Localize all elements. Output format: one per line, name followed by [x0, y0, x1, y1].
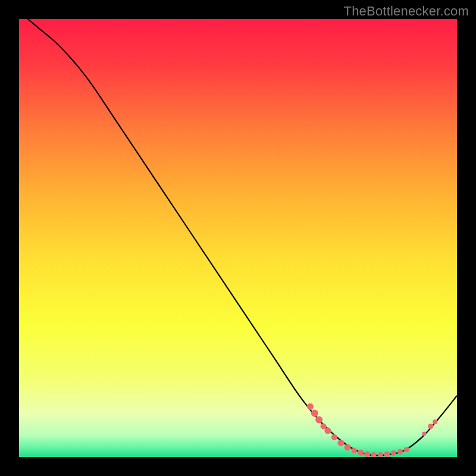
data-marker: [311, 409, 318, 416]
data-marker: [315, 416, 322, 423]
data-marker: [324, 427, 331, 434]
data-marker: [428, 424, 433, 429]
data-marker: [433, 419, 437, 424]
data-marker: [397, 449, 403, 455]
chart-svg: [19, 19, 457, 457]
data-marker: [337, 440, 344, 446]
data-marker: [307, 403, 314, 410]
data-marker: [352, 447, 357, 453]
data-marker: [422, 431, 426, 436]
watermark-text: TheBottlenecker.com: [344, 4, 469, 19]
data-marker: [345, 444, 351, 450]
chart-frame: TheBottlenecker.com: [0, 0, 476, 476]
plot-area: [19, 19, 457, 457]
data-marker: [391, 450, 396, 456]
gradient-background: [19, 19, 457, 457]
data-marker: [331, 434, 337, 440]
data-marker: [358, 450, 364, 456]
data-marker: [404, 447, 409, 452]
